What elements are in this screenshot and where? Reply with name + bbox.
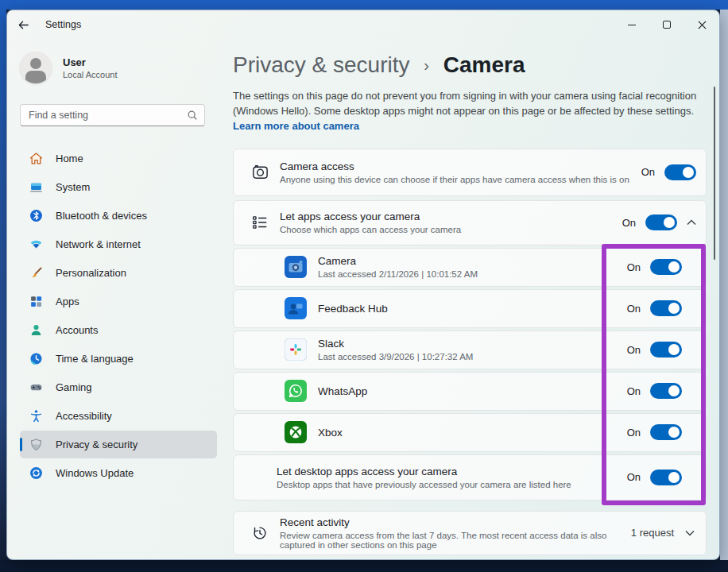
scrollbar[interactable] bbox=[714, 87, 716, 260]
app-row-whatsapp: WhatsApp On bbox=[233, 372, 707, 411]
sidebar-item-accessibility[interactable]: Accessibility bbox=[20, 402, 217, 430]
setting-subtitle: Review camera access from the last 7 day… bbox=[280, 531, 625, 550]
user-account-block[interactable]: User Local Account bbox=[20, 50, 217, 85]
sidebar-item-bluetooth[interactable]: Bluetooth & devices bbox=[20, 202, 217, 230]
toggle-state-label: On bbox=[627, 385, 641, 397]
slack-toggle[interactable] bbox=[650, 342, 682, 358]
sidebar-item-apps[interactable]: Apps bbox=[20, 288, 217, 315]
sidebar-item-label: Time & language bbox=[56, 353, 134, 365]
search-input[interactable] bbox=[29, 110, 187, 121]
setting-title: Let apps access your camera bbox=[280, 211, 616, 222]
breadcrumb: Privacy & security › Camera bbox=[233, 50, 707, 80]
sidebar-item-label: Network & internet bbox=[56, 238, 141, 250]
sidebar-item-label: Privacy & security bbox=[56, 439, 137, 450]
toggle-state-label: On bbox=[627, 303, 641, 315]
sidebar-item-privacy-security[interactable]: Privacy & security bbox=[20, 431, 217, 458]
sidebar-item-network[interactable]: Network & internet bbox=[20, 230, 217, 258]
let-desktop-apps-toggle[interactable] bbox=[650, 470, 682, 485]
chevron-down-icon[interactable] bbox=[685, 530, 695, 536]
app-last-accessed: Last accessed 2/11/2026 | 10:01:52 AM bbox=[318, 269, 621, 279]
desktop-background-right bbox=[720, 10, 728, 560]
sidebar-item-label: Home bbox=[56, 153, 83, 164]
settings-window: Settings User Local Account bbox=[6, 10, 720, 560]
recent-activity-card[interactable]: Recent activity Review camera access fro… bbox=[233, 511, 707, 555]
sidebar-item-label: Apps bbox=[56, 296, 79, 307]
app-row-camera: Camera Last accessed 2/11/2026 | 10:01:5… bbox=[233, 248, 707, 287]
sidebar-item-personalization[interactable]: Personalization bbox=[20, 259, 217, 287]
shield-icon bbox=[29, 438, 43, 451]
account-type: Local Account bbox=[63, 70, 118, 79]
toggle-state-label: On bbox=[627, 344, 641, 356]
system-icon bbox=[29, 180, 43, 194]
slack-app-icon bbox=[285, 338, 307, 361]
camera-app-toggle[interactable] bbox=[650, 259, 682, 275]
maximize-icon bbox=[663, 21, 671, 29]
sidebar-item-accounts[interactable]: Accounts bbox=[20, 316, 217, 344]
person-icon bbox=[29, 323, 43, 337]
sidebar-item-label: Windows Update bbox=[56, 467, 134, 479]
breadcrumb-parent[interactable]: Privacy & security bbox=[233, 52, 410, 77]
gamepad-icon bbox=[29, 381, 43, 394]
app-name: WhatsApp bbox=[318, 385, 621, 397]
minimize-button[interactable] bbox=[614, 10, 649, 39]
toggle-state-label: On bbox=[622, 217, 636, 229]
taskbar-sliver bbox=[0, 560, 728, 572]
app-name: Camera bbox=[318, 255, 621, 267]
camera-app-icon bbox=[285, 256, 307, 278]
toggle-state-label: On bbox=[641, 166, 655, 178]
setting-title: Let desktop apps access your camera bbox=[277, 466, 621, 477]
app-name: Slack bbox=[318, 338, 621, 350]
setting-title: Camera access bbox=[280, 160, 635, 172]
main-content: Privacy & security › Camera The settings… bbox=[233, 39, 707, 559]
wifi-icon bbox=[29, 238, 43, 251]
history-icon bbox=[251, 524, 280, 542]
sidebar-item-windows-update[interactable]: Windows Update bbox=[20, 459, 217, 487]
feedback-hub-app-icon bbox=[285, 297, 307, 319]
whatsapp-app-icon bbox=[285, 380, 307, 402]
chevron-up-icon[interactable] bbox=[687, 219, 696, 226]
user-name: User bbox=[63, 56, 118, 68]
toggle-state-label: On bbox=[627, 261, 641, 273]
description-text: The settings on this page do not prevent… bbox=[233, 90, 696, 117]
maximize-button[interactable] bbox=[649, 10, 684, 39]
camera-access-toggle[interactable] bbox=[664, 164, 696, 180]
update-icon bbox=[29, 466, 43, 480]
feedback-hub-toggle[interactable] bbox=[650, 300, 682, 316]
setting-title: Recent activity bbox=[280, 516, 625, 528]
back-button[interactable] bbox=[7, 10, 39, 39]
setting-subtitle: Anyone using this device can choose if t… bbox=[280, 175, 635, 184]
sidebar-item-label: Personalization bbox=[56, 267, 126, 279]
let-desktop-apps-card: Let desktop apps access your camera Desk… bbox=[233, 454, 707, 500]
app-last-accessed: Last accessed 3/9/2026 | 10:27:32 AM bbox=[318, 352, 621, 361]
close-button[interactable] bbox=[684, 10, 719, 39]
search-icon bbox=[187, 110, 198, 121]
apps-grid-icon bbox=[29, 295, 43, 308]
camera-outline-icon bbox=[251, 163, 280, 181]
home-icon bbox=[29, 152, 43, 165]
camera-access-card: Camera access Anyone using this device c… bbox=[233, 149, 707, 196]
sidebar-item-system[interactable]: System bbox=[20, 173, 217, 201]
clock-icon bbox=[29, 352, 43, 365]
setting-subtitle: Choose which apps can access your camera bbox=[280, 225, 616, 234]
sidebar-item-label: Accounts bbox=[56, 324, 98, 336]
app-name: Feedback Hub bbox=[318, 303, 621, 315]
learn-more-link[interactable]: Learn more about camera bbox=[233, 120, 359, 132]
sidebar-item-gaming[interactable]: Gaming bbox=[20, 373, 217, 401]
xbox-toggle[interactable] bbox=[650, 424, 682, 440]
sidebar-item-time-language[interactable]: Time & language bbox=[20, 345, 217, 373]
let-apps-toggle[interactable] bbox=[645, 214, 677, 230]
sidebar-item-label: System bbox=[56, 181, 90, 193]
search-box[interactable] bbox=[20, 104, 205, 126]
toggle-state-label: On bbox=[627, 427, 641, 439]
accessibility-icon bbox=[29, 409, 43, 423]
breadcrumb-separator-icon: › bbox=[424, 56, 429, 74]
let-apps-card[interactable]: Let apps access your camera Choose which… bbox=[233, 200, 707, 245]
sidebar-item-home[interactable]: Home bbox=[20, 145, 217, 172]
page-description: The settings on this page do not prevent… bbox=[233, 88, 703, 134]
page-title: Camera bbox=[443, 52, 525, 77]
xbox-app-icon bbox=[285, 421, 307, 443]
app-name: Xbox bbox=[318, 427, 621, 439]
sidebar-nav: Home System Bluetooth & devices Network … bbox=[20, 145, 217, 487]
whatsapp-toggle[interactable] bbox=[650, 383, 682, 399]
app-row-feedback-hub: Feedback Hub On bbox=[233, 289, 707, 328]
